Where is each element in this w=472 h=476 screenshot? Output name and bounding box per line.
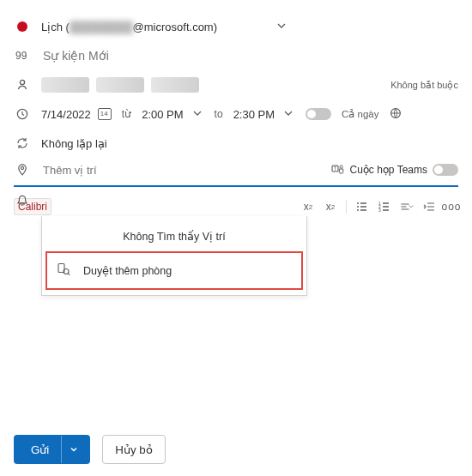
svg-text:T: T	[333, 166, 336, 172]
teams-label: Cuộc họp Teams	[350, 164, 427, 176]
attendee-pill[interactable]	[41, 77, 89, 93]
globe-icon[interactable]	[389, 106, 402, 123]
browse-rooms-item[interactable]: Duyệt thêm phòng	[45, 251, 303, 290]
attendees-row: Không bắt buộc	[14, 70, 458, 99]
svg-point-9	[357, 206, 359, 208]
allday-toggle[interactable]	[306, 108, 331, 120]
calendar-label: Lịch (████████@microsoft.com)	[41, 21, 217, 33]
title-row: 99	[14, 41, 458, 70]
chevron-down-icon	[191, 106, 204, 123]
location-dropdown: Không Tìm thấy Vị trí Duyệt thêm phòng	[41, 216, 307, 296]
datetime-row: 7/14/2022 từ 2:00 PM to 2:30 PM Cả ngày	[14, 99, 458, 129]
bullet-list-button[interactable]	[355, 200, 369, 214]
calendar-chip-icon[interactable]	[98, 108, 112, 120]
numbered-list-button[interactable]: 123	[378, 200, 391, 214]
align-button[interactable]	[400, 200, 414, 214]
svg-point-8	[357, 202, 359, 204]
recurrence-row: Không lặp lại	[14, 129, 458, 158]
cancel-button[interactable]: Hủy bỏ	[102, 435, 165, 464]
to-label: to	[215, 108, 223, 120]
more-formatting-button[interactable]: ooo	[445, 200, 458, 214]
send-button[interactable]: Gửi	[14, 435, 90, 464]
chevron-down-icon	[281, 106, 295, 123]
calendar-color-dot	[14, 21, 31, 32]
svg-text:99: 99	[15, 50, 27, 62]
superscript-button[interactable]: x2	[301, 200, 315, 214]
date-input[interactable]: 7/14/2022	[41, 108, 112, 121]
attendee-pill[interactable]	[151, 77, 199, 93]
repeat-icon	[14, 136, 31, 150]
start-time-input[interactable]: 2:00 PM	[142, 106, 203, 123]
clock-icon	[14, 107, 31, 121]
attendee-pill[interactable]	[96, 77, 144, 93]
send-label: Gửi	[19, 443, 61, 456]
recurrence-select[interactable]: Không lặp lại	[41, 137, 107, 150]
location-input[interactable]	[41, 163, 321, 178]
end-time-input[interactable]: 2:30 PM	[233, 106, 295, 123]
location-dropdown-title: Không Tìm thấy Vị trí	[42, 225, 306, 251]
send-split-chevron-icon[interactable]	[61, 436, 85, 463]
svg-point-1	[20, 80, 24, 84]
teams-meeting-cell: T Cuộc họp Teams	[331, 162, 458, 178]
footer: Gửi Hủy bỏ	[14, 426, 458, 464]
chevron-down-icon[interactable]	[275, 19, 288, 35]
search-room-icon	[56, 262, 71, 280]
title-input[interactable]	[41, 48, 458, 63]
svg-point-10	[357, 209, 359, 211]
toolbar-divider	[346, 200, 347, 214]
svg-text:3: 3	[378, 208, 381, 213]
event-form: Lịch (████████@microsoft.com) 99 Không b…	[0, 0, 472, 476]
calendar-selector[interactable]: Lịch (████████@microsoft.com)	[41, 21, 264, 33]
allday-label: Cả ngày	[342, 108, 378, 120]
start-time-value: 2:00 PM	[142, 108, 183, 121]
font-name-select[interactable]: Calibri	[14, 198, 51, 215]
attendee-pills[interactable]	[41, 77, 380, 93]
calendar-row: Lịch (████████@microsoft.com)	[14, 12, 458, 41]
svg-point-4	[21, 166, 23, 169]
person-icon	[14, 78, 31, 92]
location-row: T Cuộc họp Teams	[14, 158, 458, 187]
date-value: 7/14/2022	[41, 108, 91, 121]
indent-button[interactable]	[422, 200, 436, 214]
end-time-value: 2:30 PM	[233, 108, 275, 121]
subscript-button[interactable]: x2	[324, 200, 337, 214]
svg-point-7	[340, 165, 342, 167]
optional-toggle[interactable]: Không bắt buộc	[390, 80, 458, 91]
browse-rooms-label: Duyệt thêm phòng	[83, 264, 172, 277]
quote-icon: 99	[14, 49, 31, 63]
location-icon	[14, 163, 31, 177]
from-label: từ	[122, 108, 131, 120]
teams-icon: T	[331, 162, 345, 178]
teams-toggle[interactable]	[433, 164, 458, 176]
